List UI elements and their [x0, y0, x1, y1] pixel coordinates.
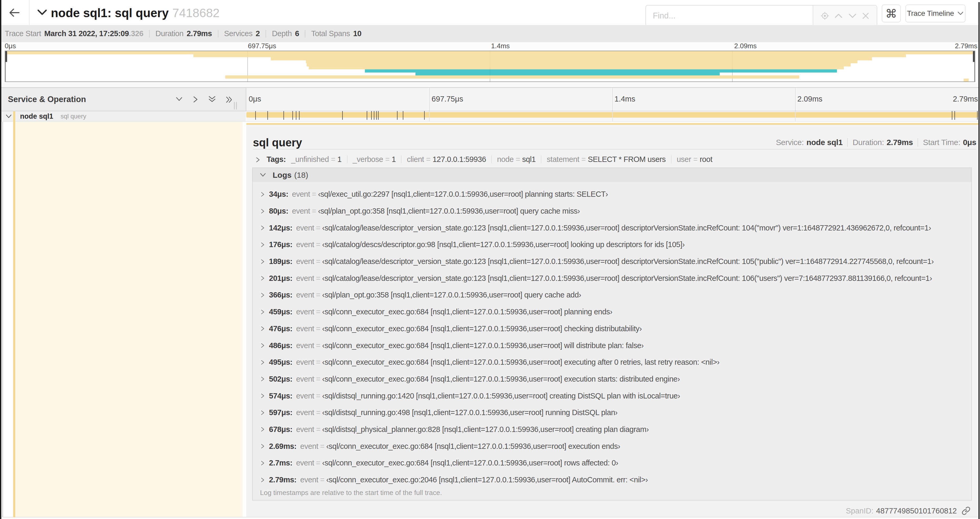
- trace-title-collapse-caret[interactable]: [37, 8, 48, 16]
- column-resizer-grip[interactable]: [234, 102, 237, 109]
- log-row[interactable]: 176μs:event=‹sql/catalog/descs/descripto…: [253, 236, 971, 253]
- collapse-one-icon[interactable]: [175, 96, 184, 103]
- next-match-icon[interactable]: [848, 13, 857, 19]
- log-row[interactable]: 495μs:event=‹sql/conn_executor_exec.go:6…: [253, 354, 971, 371]
- keyboard-shortcuts-button[interactable]: ⌘: [882, 5, 901, 22]
- span-log-tick[interactable]: [424, 111, 425, 120]
- log-row[interactable]: 2.7ms:event=‹sql/conn_executor_exec.go:6…: [253, 455, 971, 471]
- detail-name-column[interactable]: [15, 122, 243, 517]
- separator: [218, 30, 218, 38]
- log-row[interactable]: 80μs:event=‹sql/plan_opt.go:358 [nsql1,c…: [253, 203, 971, 220]
- expand-one-icon[interactable]: [192, 96, 199, 103]
- span-log-tick[interactable]: [378, 111, 379, 120]
- log-row[interactable]: 459μs:event=‹sql/conn_executor_exec.go:6…: [253, 303, 971, 320]
- minimap-scrubber-right[interactable]: [973, 51, 975, 62]
- prev-match-icon[interactable]: [834, 13, 843, 19]
- span-log-tick[interactable]: [296, 111, 296, 120]
- log-value: ‹sql/exec_util.go:2297 [nsql1,client=127…: [318, 190, 608, 199]
- collapse-all-icon[interactable]: [207, 96, 217, 103]
- separator: [918, 138, 918, 147]
- log-time: 574μs:: [269, 391, 293, 400]
- span-log-tick[interactable]: [367, 111, 367, 120]
- log-row[interactable]: 476μs:event=‹sql/conn_executor_exec.go:6…: [253, 320, 971, 337]
- find-group: [646, 5, 877, 26]
- log-row[interactable]: 366μs:event=‹sql/plan_opt.go:358 [nsql1,…: [253, 287, 971, 303]
- log-time: 459μs:: [269, 308, 293, 316]
- column-divider[interactable]: [246, 88, 246, 111]
- log-row[interactable]: 574μs:event=‹sql/distsql_running.go:1420…: [253, 387, 971, 404]
- span-log-tick[interactable]: [952, 111, 952, 120]
- log-row[interactable]: 502μs:event=‹sql/conn_executor_exec.go:6…: [253, 371, 971, 388]
- expand-all-icon[interactable]: [225, 95, 234, 104]
- span-row-timeline[interactable]: [246, 111, 980, 121]
- span-log-tick[interactable]: [376, 111, 377, 120]
- tags-items: _unfinished=1_verbose=1client=127.0.0.1:…: [286, 155, 712, 164]
- log-value: ‹sql/distsql_running.go:498 [nsql1,clien…: [322, 408, 617, 417]
- log-row[interactable]: 142μs:event=‹sql/catalog/lease/descripto…: [253, 219, 971, 236]
- span-log-tick[interactable]: [397, 111, 398, 120]
- log-row[interactable]: 2.79ms:event=‹sql/conn_executor_exec.go:…: [253, 471, 971, 489]
- log-row[interactable]: 597μs:event=‹sql/distsql_running.go:498 …: [253, 404, 971, 421]
- log-equals: =: [314, 408, 322, 417]
- log-key: event: [296, 291, 314, 299]
- log-equals: =: [310, 190, 318, 199]
- trace-summary-bar: Trace StartMarch 31 2022, 17:25:09.326 D…: [0, 25, 980, 42]
- log-time: 597μs:: [269, 408, 293, 417]
- timeline-gridline: [612, 88, 613, 111]
- log-row[interactable]: 34μs:event=‹sql/exec_util.go:2297 [nsql1…: [253, 186, 971, 203]
- log-row[interactable]: 678μs:event=‹sql/distsql_physical_planne…: [253, 421, 971, 438]
- minimap-tick-label: 2.79ms: [955, 42, 977, 50]
- chevron-right-icon: [260, 292, 265, 298]
- chevron-right-icon: [260, 376, 265, 382]
- span-log-tick[interactable]: [267, 111, 268, 120]
- timeline-tick-label: 2.79ms: [953, 95, 978, 103]
- span-log-tick[interactable]: [374, 111, 374, 120]
- minimap-span-graph[interactable]: [5, 51, 975, 82]
- back-button[interactable]: [0, 0, 30, 25]
- deep-link-icon[interactable]: [962, 506, 970, 515]
- span-log-tick[interactable]: [342, 111, 343, 120]
- trace-view-select[interactable]: Trace Timeline: [905, 5, 966, 22]
- log-equals: =: [314, 458, 322, 467]
- span-log-tick[interactable]: [255, 111, 256, 120]
- span-log-tick[interactable]: [403, 111, 403, 120]
- chevron-right-icon: [260, 393, 265, 399]
- span-log-tick[interactable]: [299, 111, 299, 120]
- tag-separator: [347, 155, 347, 163]
- tag-separator: [491, 155, 492, 163]
- timeline-tick-label: 1.4ms: [615, 95, 635, 103]
- tags-accordian[interactable]: Tags: _unfinished=1_verbose=1client=127.…: [253, 153, 976, 165]
- tag-equals: =: [424, 155, 433, 163]
- clear-find-icon[interactable]: [862, 12, 870, 20]
- minimap-scrubber-left[interactable]: [5, 51, 7, 62]
- minimap-span-bar: [193, 54, 906, 57]
- log-key: event: [296, 425, 314, 434]
- span-row[interactable]: node sql1 sql query: [0, 111, 980, 121]
- span-log-tick[interactable]: [283, 111, 284, 120]
- span-log-tick[interactable]: [371, 111, 372, 120]
- span-log-tick[interactable]: [955, 111, 955, 120]
- tag-equals: =: [329, 155, 337, 163]
- tag-item: statement=SELECT * FROM users: [547, 155, 665, 164]
- focus-match-icon[interactable]: [820, 11, 829, 20]
- log-row[interactable]: 189μs:event=‹sql/catalog/lease/descripto…: [253, 253, 971, 270]
- log-row[interactable]: 201μs:event=‹sql/catalog/lease/descripto…: [253, 270, 971, 287]
- chevron-right-icon: [260, 259, 265, 265]
- page-title: node sql1: sql query7418682: [51, 6, 220, 20]
- span-log-tick[interactable]: [293, 111, 293, 120]
- tag-value: 1: [392, 155, 396, 163]
- timeline-gridline: [429, 88, 430, 111]
- log-time: 502μs:: [269, 375, 293, 383]
- log-time: 142μs:: [269, 224, 293, 232]
- log-time: 2.69ms:: [269, 442, 297, 451]
- span-children-caret[interactable]: [5, 114, 13, 120]
- log-key: event: [300, 442, 318, 451]
- log-row[interactable]: 486μs:event=‹sql/conn_executor_exec.go:6…: [253, 337, 971, 354]
- span-row-name-column[interactable]: node sql1 sql query: [0, 111, 246, 121]
- span-log-tick[interactable]: [977, 111, 978, 120]
- log-value: ‹sql/conn_executor_exec.go:2046 [nsql1,c…: [326, 476, 648, 484]
- span-service-name: node sql1: [20, 112, 53, 121]
- logs-header[interactable]: Logs (18): [253, 168, 971, 182]
- find-input[interactable]: [646, 6, 813, 26]
- log-row[interactable]: 2.69ms:event=‹sql/conn_executor_exec.go:…: [253, 438, 971, 455]
